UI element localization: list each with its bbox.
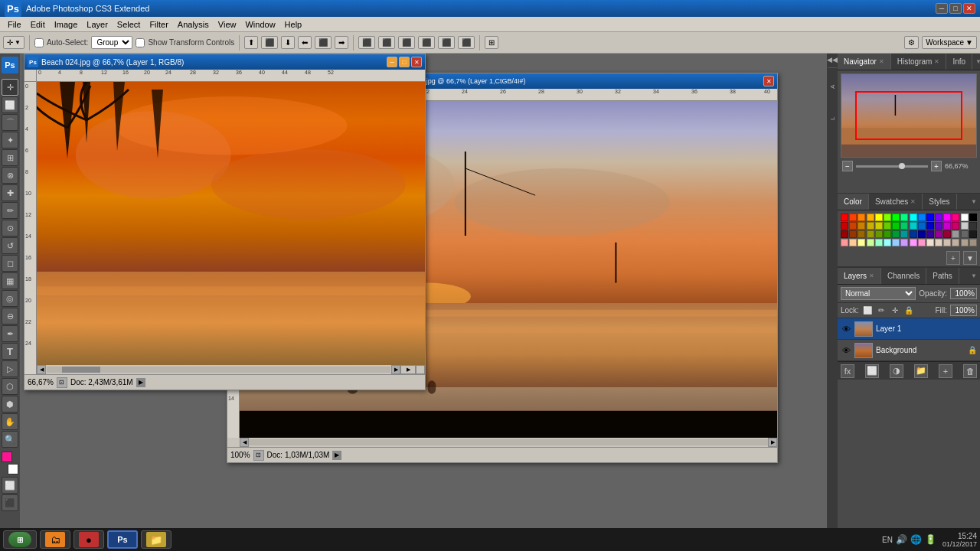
zoom-slider[interactable] [856, 165, 928, 168]
swatch-23[interactable] [892, 222, 900, 230]
hscroll-1[interactable]: ◀ ▶ ▶ [37, 365, 425, 374]
options-btn[interactable]: ⚙ [904, 36, 919, 49]
scroll-end-1[interactable] [416, 365, 425, 374]
swatch-30[interactable] [952, 222, 959, 230]
minimize-button[interactable]: ─ [936, 3, 948, 14]
swatch-14[interactable] [952, 214, 959, 221]
menu-file[interactable]: File [3, 18, 26, 31]
swatch-57[interactable] [910, 239, 917, 246]
doc-arrow-2[interactable]: ▶ [332, 451, 341, 460]
menu-layer[interactable]: Layer [82, 18, 113, 31]
align-left-btn[interactable]: ⬅ [298, 36, 312, 49]
tab-navigator[interactable]: Navigator ✕ [838, 54, 891, 70]
scroll-thumb-h-1[interactable] [62, 367, 100, 373]
dock-collapse-btn[interactable]: ◀◀ [828, 55, 837, 64]
swatch-40[interactable] [900, 230, 908, 238]
swatch-7[interactable] [892, 214, 900, 221]
zoom-thumb[interactable] [899, 163, 905, 169]
swatch-2[interactable] [849, 214, 857, 221]
doc-restore-1[interactable]: □ [399, 57, 410, 67]
swatch-20[interactable] [867, 222, 874, 230]
doc-close-1[interactable]: ✕ [411, 57, 422, 67]
swatch-16[interactable] [969, 214, 977, 221]
swatch-9[interactable] [910, 214, 917, 221]
swatches-close[interactable]: ✕ [910, 198, 916, 205]
dock-icon-info[interactable]: A [828, 71, 837, 102]
tool-brush[interactable]: ✏ [2, 202, 18, 219]
swatch-35[interactable] [858, 230, 865, 238]
layer-eye-1[interactable]: 👁 [841, 324, 851, 334]
tool-blur[interactable]: ◎ [2, 290, 18, 307]
taskbar-app-btn-1[interactable]: ● [74, 530, 104, 549]
distribute5-btn[interactable]: ⬛ [438, 36, 455, 49]
layer-fx-btn[interactable]: fx [841, 364, 854, 378]
swatch-63[interactable] [961, 239, 969, 246]
swatch-24[interactable] [900, 222, 908, 230]
swatch-11[interactable] [926, 214, 934, 221]
swatch-29[interactable] [943, 222, 951, 230]
layer-delete-btn[interactable]: 🗑 [963, 364, 977, 378]
tool-path-select[interactable]: ▷ [2, 360, 18, 377]
dock-icon-layers[interactable]: L [828, 103, 837, 134]
swatch-36[interactable] [867, 230, 874, 238]
tool-screenmode[interactable]: ⬛ [2, 494, 18, 511]
lock-transparency-btn[interactable]: ⬜ [862, 305, 873, 316]
swatch-39[interactable] [892, 230, 900, 238]
distribute2-btn[interactable]: ⬛ [378, 36, 395, 49]
swatch-64[interactable] [969, 239, 977, 246]
transform-checkbox[interactable] [136, 38, 145, 47]
tab-swatches[interactable]: Swatches ✕ [869, 194, 923, 210]
color-panel-expand[interactable]: ▼ [968, 198, 980, 205]
swatch-54[interactable] [884, 239, 891, 246]
swatch-41[interactable] [910, 230, 917, 238]
tool-pen[interactable]: ✒ [2, 325, 18, 342]
align-right-btn[interactable]: ➡ [335, 36, 348, 49]
swatch-60[interactable] [935, 239, 942, 246]
layer-mask-btn[interactable]: ⬜ [865, 364, 879, 378]
histogram-close[interactable]: ✕ [934, 58, 939, 65]
tool-gradient[interactable]: ▦ [2, 272, 18, 289]
foreground-color[interactable] [2, 452, 12, 462]
menu-window[interactable]: Window [240, 18, 279, 31]
align-top-btn[interactable]: ⬆ [244, 36, 258, 49]
tab-info[interactable]: Info [946, 54, 972, 70]
auto-select-checkbox[interactable] [34, 38, 44, 47]
tool-3d[interactable]: ⬢ [2, 396, 18, 412]
swatch-52[interactable] [867, 239, 874, 246]
tool-heal[interactable]: ✚ [2, 184, 18, 201]
network-icon[interactable]: 🌐 [910, 534, 922, 545]
swatch-33[interactable] [841, 230, 848, 238]
tool-text[interactable]: T [2, 343, 18, 360]
scroll-track-h-1[interactable] [47, 367, 390, 373]
tool-hand[interactable]: ✋ [2, 413, 18, 430]
swatch-17[interactable] [841, 222, 848, 230]
menu-edit[interactable]: Edit [26, 18, 50, 31]
doc-close-2[interactable]: ✕ [763, 76, 774, 86]
tab-color[interactable]: Color [838, 194, 869, 210]
swatch-38[interactable] [884, 230, 891, 238]
swatch-13[interactable] [943, 214, 951, 221]
swatch-27[interactable] [926, 222, 934, 230]
align-vcenter-btn[interactable]: ⬛ [261, 36, 278, 49]
lock-image-btn[interactable]: ✏ [876, 305, 887, 316]
tool-dodge[interactable]: ⊖ [2, 308, 18, 324]
scroll-left-2[interactable]: ◀ [240, 438, 249, 447]
swatch-28[interactable] [935, 222, 942, 230]
align-hcenter-btn[interactable]: ⬛ [315, 36, 332, 49]
doc-arrow-1[interactable]: ▶ [136, 378, 145, 387]
tool-stamp[interactable]: ⊙ [2, 220, 18, 236]
tool-magic-wand[interactable]: ✦ [2, 132, 18, 148]
restore-button[interactable]: □ [949, 3, 962, 14]
menu-help[interactable]: Help [280, 18, 307, 31]
menu-image[interactable]: Image [50, 18, 83, 31]
swatch-22[interactable] [884, 222, 891, 230]
tab-channels[interactable]: Channels [881, 268, 926, 284]
taskbar-folder-btn[interactable]: 📁 [141, 530, 172, 549]
swatch-55[interactable] [892, 239, 900, 246]
swatch-59[interactable] [926, 239, 934, 246]
extras-btn[interactable]: ⊞ [485, 36, 498, 49]
swatch-4[interactable] [867, 214, 874, 221]
opacity-input[interactable] [950, 288, 977, 299]
zoom-out-btn[interactable]: − [842, 161, 853, 171]
zoom-in-btn[interactable]: + [931, 161, 942, 171]
